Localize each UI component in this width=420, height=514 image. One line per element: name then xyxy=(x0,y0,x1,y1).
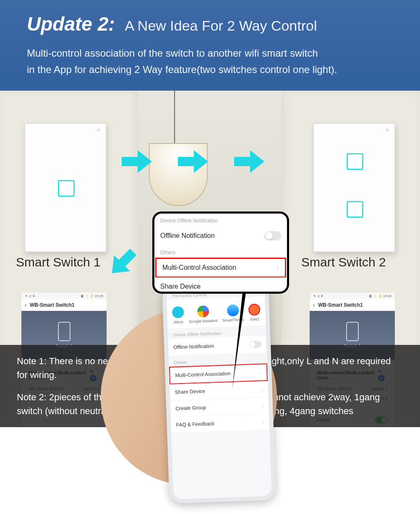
smart-switch-2-panel: ≋ xyxy=(313,123,395,252)
switch-button-icon xyxy=(347,153,363,170)
toggle-off-icon[interactable] xyxy=(249,341,262,348)
app-header: ‹ WB-Smart Switch1 xyxy=(21,300,107,311)
status-time: ◧ ⋮ ⚡ 15:30 xyxy=(369,294,391,298)
assistant-xiao[interactable]: XIAO xyxy=(248,303,261,321)
desc-line-1: Multi-control association of the switch … xyxy=(27,45,399,62)
popup-row-offline[interactable]: Offline Notification xyxy=(154,226,287,245)
wifi-icon: ≋ xyxy=(97,127,101,133)
switch-2-label: Smart Switch 2 xyxy=(301,255,386,269)
switch-1-label: Smart Switch 1 xyxy=(16,255,101,269)
smartthings-icon xyxy=(227,304,239,316)
phone-row-faq[interactable]: FAQ & Feedback› xyxy=(171,414,269,433)
assistant-alexa[interactable]: Alexa xyxy=(172,306,184,324)
update-title: Update 2: xyxy=(27,13,115,35)
chevron-right-icon: › xyxy=(261,386,263,391)
popup-multi-label: Multi-Control Association xyxy=(162,264,236,271)
wifi-icon: ≋ xyxy=(385,127,389,133)
popup-share-label: Share Device xyxy=(160,283,201,290)
device-icon xyxy=(346,322,359,341)
back-icon[interactable]: ‹ xyxy=(25,302,26,308)
desc-line-2: in the App for achieving 2 Way feature(t… xyxy=(27,62,399,78)
popup-row-multi-control[interactable]: Multi-Control Association › xyxy=(155,258,286,278)
update-subtitle: A New Idea For 2 Way Control xyxy=(125,18,317,34)
phone-mockup: Third-party Control Alexa Google Assista… xyxy=(162,282,276,504)
google-assistant-icon xyxy=(197,305,209,317)
switch-button-icon xyxy=(347,201,363,218)
status-bar: ✦..ıl ≋ ◧ ⋮ ⚡ 15:05 xyxy=(21,292,107,300)
hand-holding-phone: Third-party Control Alexa Google Assista… xyxy=(113,275,331,451)
header: Update 2: A New Idea For 2 Way Control M… xyxy=(0,0,420,91)
chevron-right-icon: › xyxy=(262,403,263,408)
popup-section-notification: Device Offline Notification xyxy=(154,214,287,226)
xiao-icon xyxy=(248,303,261,316)
assistant-google[interactable]: Google Assistant xyxy=(189,305,218,324)
third-party-assistants: Alexa Google Assistant SmartThings XIAO xyxy=(167,297,266,329)
status-time: ◧ ⋮ ⚡ 15:05 xyxy=(81,294,103,298)
illustration-scene: ≋ ≋ Smart Switch 1 Smart Switch 2 Device… xyxy=(0,91,420,427)
app-title: WB-Smart Switch1 xyxy=(30,302,75,308)
alexa-icon xyxy=(172,306,184,318)
smart-switch-1-panel: ≋ xyxy=(24,123,107,252)
device-icon xyxy=(58,322,70,341)
chevron-right-icon: › xyxy=(260,370,261,375)
toggle-off-icon[interactable] xyxy=(264,231,281,240)
arrow-right-icon xyxy=(234,150,263,173)
arrow-row xyxy=(122,150,263,173)
arrow-right-icon xyxy=(178,150,207,173)
chevron-right-icon: › xyxy=(277,264,279,271)
popup-row-share[interactable]: Share Device xyxy=(154,277,287,294)
popup-section-others: Others xyxy=(154,245,287,258)
header-description: Multi-control association of the switch … xyxy=(27,45,399,78)
arrow-right-icon xyxy=(122,150,151,173)
settings-popup-zoom: Device Offline Notification Offline Noti… xyxy=(152,211,289,294)
chevron-right-icon: › xyxy=(263,419,264,424)
switch-button-icon xyxy=(58,180,75,197)
status-signal: ✦..ıl ≋ xyxy=(25,294,35,298)
popup-offline-label: Offline Notification xyxy=(160,232,215,240)
